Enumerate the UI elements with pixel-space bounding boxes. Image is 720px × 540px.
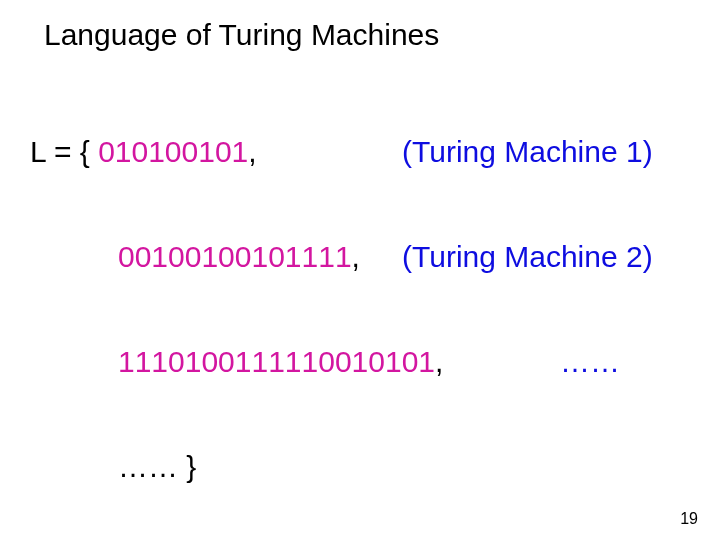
row2-left: 00100100101111,: [118, 240, 360, 274]
annotation-2: (Turing Machine 2): [402, 240, 653, 274]
page-number: 19: [680, 510, 698, 528]
annotation-3: ……: [560, 345, 620, 379]
row3-left: 1110100111110010101,: [118, 345, 443, 379]
binary-string-1: 010100101: [98, 135, 248, 168]
language-prefix: L = {: [30, 135, 98, 168]
binary-string-3: 1110100111110010101: [118, 345, 435, 378]
comma-3: ,: [435, 345, 443, 378]
annotation-1: (Turing Machine 1): [402, 135, 653, 169]
comma-2: ,: [352, 240, 360, 273]
comma-1: ,: [248, 135, 256, 168]
closing-brace: …… }: [118, 450, 196, 484]
slide-title: Language of Turing Machines: [44, 18, 439, 52]
binary-string-2: 00100100101111: [118, 240, 352, 273]
slide: Language of Turing Machines L = { 010100…: [0, 0, 720, 540]
row1-left: L = { 010100101,: [30, 135, 257, 169]
